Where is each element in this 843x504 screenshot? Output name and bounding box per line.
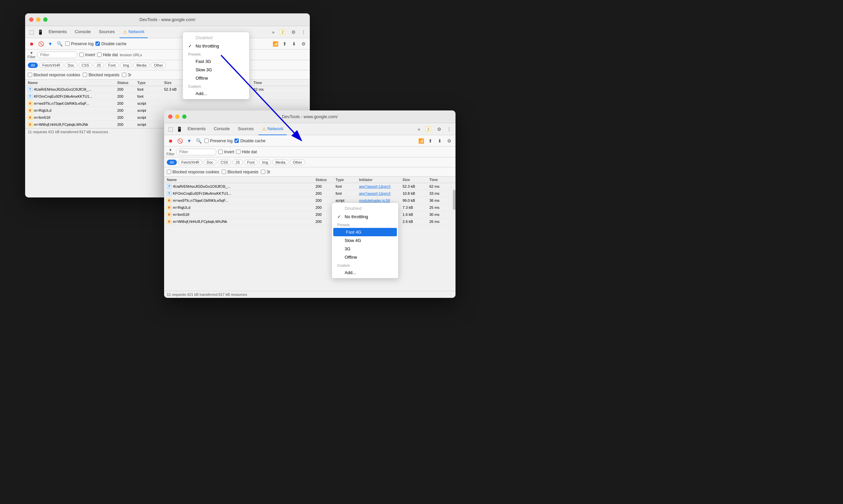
blocked-requests-cb-2[interactable]: [222, 170, 226, 174]
settings-icon-1[interactable]: ⚙: [290, 29, 297, 36]
tab-sources-1[interactable]: Sources: [95, 26, 118, 38]
filter-icon-1[interactable]: ▼: [47, 40, 54, 48]
invert-label-1[interactable]: Invert: [80, 53, 95, 57]
wifi-icon-2[interactable]: 📶: [417, 137, 425, 145]
filter-tag-css-2[interactable]: CSS: [218, 160, 231, 165]
invert-checkbox-2[interactable]: [218, 149, 223, 154]
filter-icon-2[interactable]: ▼: [186, 137, 193, 145]
table-row[interactable]: ⊞ m=ws9Tlc,n73qwf,GkRiKb,e5qF... 200 scr…: [25, 100, 310, 107]
network-settings-icon-1[interactable]: ⚙: [300, 40, 307, 48]
col-type-1[interactable]: Type: [137, 80, 164, 85]
network-settings-icon-2[interactable]: ⚙: [445, 137, 453, 145]
blocked-3r-label-2[interactable]: 3r: [261, 170, 270, 174]
table-row[interactable]: ⊞ m=Wt6vjf,hhhU8,FCpbqb,WhJNk 200 script…: [164, 218, 456, 225]
more-options-icon-2[interactable]: ⋮: [445, 126, 453, 133]
filter-tag-media-2[interactable]: Media: [272, 160, 288, 165]
filter-tag-doc-2[interactable]: Doc: [204, 160, 216, 165]
disable-cache-label-2[interactable]: Disable cache: [234, 139, 265, 143]
hide-dat-checkbox-2[interactable]: [236, 149, 241, 154]
col-name-2[interactable]: Name: [167, 178, 316, 182]
download-icon-1[interactable]: ⬇: [291, 40, 298, 48]
filter-input-2[interactable]: [176, 149, 216, 155]
filter-tag-font-1[interactable]: Font: [105, 62, 119, 68]
inspect-icon[interactable]: ⬚: [28, 29, 35, 36]
no-throttling-item-2[interactable]: ✓ No throttling: [332, 213, 398, 221]
hide-dat-checkbox-1[interactable]: [97, 53, 102, 57]
disable-cache-checkbox-2[interactable]: [234, 139, 239, 143]
filter-tag-css-1[interactable]: CSS: [79, 62, 92, 68]
col-time-2[interactable]: Time: [429, 178, 453, 182]
filter-input-1[interactable]: [37, 52, 77, 58]
tab-console-2[interactable]: Console: [210, 123, 233, 135]
download-icon-2[interactable]: ⬇: [436, 137, 443, 145]
search-icon-2[interactable]: 🔍: [195, 137, 202, 145]
table-row[interactable]: T KFOmCnqEu92Fr1Mu4mxKKTU1... 200 font: [25, 93, 310, 100]
filter-tag-font-2[interactable]: Font: [244, 160, 258, 165]
settings-icon-2[interactable]: ⚙: [435, 126, 443, 133]
table-row[interactable]: ⊞ m=RqjULd 200 script moduleloader.js:58…: [164, 204, 456, 211]
more-tabs-icon[interactable]: »: [269, 29, 277, 36]
filter-toggle-2[interactable]: ▼ Filter: [167, 148, 174, 156]
invert-label-2[interactable]: Invert: [218, 149, 234, 154]
offline-item-2[interactable]: Offline: [332, 253, 398, 262]
record-button-1[interactable]: ⏺: [28, 40, 35, 48]
offline-item-1[interactable]: Offline: [183, 74, 249, 82]
tab-elements-2[interactable]: Elements: [184, 123, 209, 135]
preserve-log-checkbox-2[interactable]: [204, 139, 209, 143]
wifi-icon-1[interactable]: 📶: [271, 40, 279, 48]
filter-toggle-1[interactable]: ▼ Filter: [28, 51, 35, 58]
filter-tag-fetch-1[interactable]: Fetch/XHR: [39, 62, 63, 68]
clear-button-1[interactable]: 🚫: [37, 40, 45, 48]
preserve-log-label-1[interactable]: Preserve log: [65, 41, 93, 46]
col-status-1[interactable]: Status: [117, 80, 137, 85]
slow4g-item-2[interactable]: Slow 4G: [332, 236, 398, 245]
blocked-cookies-label-1[interactable]: Blocked response cookies: [28, 73, 80, 77]
filter-tag-other-2[interactable]: Other: [290, 160, 305, 165]
filter-tag-other-1[interactable]: Other: [151, 62, 166, 68]
blocked-cookies-cb-2[interactable]: [167, 170, 171, 174]
filter-tag-img-1[interactable]: Img: [120, 62, 132, 68]
blocked-requests-label-1[interactable]: Blocked requests: [83, 73, 119, 77]
blocked-3r-cb-2[interactable]: [261, 170, 265, 174]
device-icon-2[interactable]: 📱: [176, 126, 183, 133]
upload-icon-2[interactable]: ⬆: [427, 137, 434, 145]
preserve-log-checkbox-1[interactable]: [65, 41, 70, 46]
clear-button-2[interactable]: 🚫: [176, 137, 183, 145]
disable-cache-label-1[interactable]: Disable cache: [95, 41, 126, 46]
tab-network-2[interactable]: ⚠ Network: [259, 123, 287, 135]
close-button-2[interactable]: [168, 114, 173, 119]
invert-checkbox-1[interactable]: [80, 53, 84, 57]
table-row[interactable]: T 4UaRrENHsxJlGDuGo1OIlJfC6l_... 200 fon…: [164, 183, 456, 190]
table-row[interactable]: T KFOmCnqEu92Fr1Mu4mxKKTU1... 200 font a…: [164, 190, 456, 197]
3g-item-2[interactable]: 3G: [332, 245, 398, 253]
tab-network-1[interactable]: ⚠ Network: [120, 26, 148, 38]
col-size-2[interactable]: Size: [403, 178, 429, 182]
filter-tag-all-1[interactable]: All: [28, 62, 38, 68]
add-item-1[interactable]: Add...: [183, 89, 249, 98]
blocked-cookies-cb-1[interactable]: [28, 73, 32, 77]
hide-dat-label-2[interactable]: Hide dat: [236, 149, 257, 154]
more-tabs-icon-2[interactable]: »: [415, 126, 423, 133]
col-initiator-2[interactable]: Initiator: [359, 178, 403, 182]
filter-tag-doc-1[interactable]: Doc: [65, 62, 77, 68]
table-row[interactable]: ⊞ m=ws9Tlc,n73qwf,GkRiKb,e5qF... 200 scr…: [164, 197, 456, 204]
scrollbar-track-2[interactable]: [453, 183, 456, 225]
inspect-icon-2[interactable]: ⬚: [167, 126, 174, 133]
minimize-button-1[interactable]: [36, 17, 40, 22]
tab-sources-2[interactable]: Sources: [234, 123, 257, 135]
table-row[interactable]: T 4UaRrENHsxJlGDuGo1OIlJfC6l_... 200 fon…: [25, 86, 310, 93]
no-throttling-item-1[interactable]: ✓ No throttling: [183, 42, 249, 50]
filter-tag-js-2[interactable]: JS: [232, 160, 243, 165]
col-status-2[interactable]: Status: [316, 178, 336, 182]
col-type-2[interactable]: Type: [336, 178, 359, 182]
maximize-button-1[interactable]: [43, 17, 48, 22]
minimize-button-2[interactable]: [175, 114, 179, 119]
add-item-2[interactable]: Add...: [332, 268, 398, 277]
filter-tag-js-1[interactable]: JS: [93, 62, 104, 68]
slow3g-item-1[interactable]: Slow 3G: [183, 66, 249, 74]
filter-tag-all-2[interactable]: All: [167, 160, 177, 165]
more-options-icon-1[interactable]: ⋮: [300, 29, 307, 36]
scrollbar-thumb-2[interactable]: [453, 190, 456, 210]
blocked-requests-cb-1[interactable]: [83, 73, 87, 77]
blocked-cookies-label-2[interactable]: Blocked response cookies: [167, 170, 219, 174]
